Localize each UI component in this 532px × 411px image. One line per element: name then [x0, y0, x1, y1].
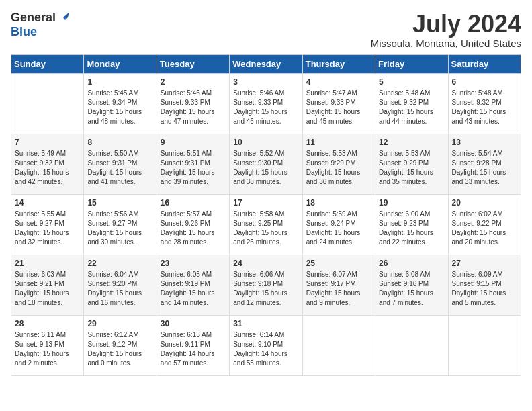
week-row-3: 14Sunrise: 5:55 AM Sunset: 9:27 PM Dayli… [11, 194, 521, 255]
day-number: 6 [452, 77, 517, 88]
header-cell-friday: Friday [375, 54, 448, 73]
day-info: Sunrise: 6:06 AM Sunset: 9:18 PM Dayligh… [233, 270, 298, 308]
day-info: Sunrise: 5:48 AM Sunset: 9:32 PM Dayligh… [379, 89, 444, 126]
day-number: 12 [379, 137, 444, 148]
day-cell: 24Sunrise: 6:06 AM Sunset: 9:18 PM Dayli… [230, 255, 302, 315]
day-cell: 21Sunrise: 6:03 AM Sunset: 9:21 PM Dayli… [11, 255, 84, 315]
day-cell: 9Sunrise: 5:51 AM Sunset: 9:31 PM Daylig… [157, 134, 229, 194]
day-number: 15 [87, 197, 152, 209]
day-number: 30 [161, 318, 226, 330]
day-info: Sunrise: 5:52 AM Sunset: 9:30 PM Dayligh… [233, 149, 298, 187]
day-cell: 6Sunrise: 5:48 AM Sunset: 9:32 PM Daylig… [448, 73, 521, 134]
day-number: 16 [161, 197, 226, 209]
day-info: Sunrise: 5:49 AM Sunset: 9:32 PM Dayligh… [15, 149, 80, 187]
day-cell [11, 73, 84, 134]
day-info: Sunrise: 6:00 AM Sunset: 9:23 PM Dayligh… [379, 210, 444, 247]
day-cell: 10Sunrise: 5:52 AM Sunset: 9:30 PM Dayli… [230, 134, 302, 194]
day-info: Sunrise: 5:46 AM Sunset: 9:33 PM Dayligh… [233, 89, 298, 126]
day-cell: 4Sunrise: 5:47 AM Sunset: 9:33 PM Daylig… [302, 73, 375, 134]
header-cell-monday: Monday [84, 54, 157, 73]
day-cell: 13Sunrise: 5:54 AM Sunset: 9:28 PM Dayli… [448, 134, 521, 194]
day-number: 9 [161, 137, 226, 148]
day-number: 13 [452, 137, 517, 148]
day-info: Sunrise: 5:46 AM Sunset: 9:33 PM Dayligh… [161, 89, 226, 126]
week-row-5: 28Sunrise: 6:11 AM Sunset: 9:13 PM Dayli… [11, 315, 521, 375]
day-info: Sunrise: 5:59 AM Sunset: 9:24 PM Dayligh… [306, 210, 371, 247]
day-cell: 15Sunrise: 5:56 AM Sunset: 9:27 PM Dayli… [84, 194, 157, 255]
day-info: Sunrise: 5:53 AM Sunset: 9:29 PM Dayligh… [379, 149, 444, 187]
day-info: Sunrise: 5:56 AM Sunset: 9:27 PM Dayligh… [87, 210, 152, 247]
title-area: July 2024 Missoula, Montana, United Stat… [371, 11, 521, 49]
header: General Blue July 2024 Missoula, Montana… [11, 11, 521, 49]
day-cell: 14Sunrise: 5:55 AM Sunset: 9:27 PM Dayli… [11, 194, 84, 255]
day-number: 3 [233, 77, 298, 88]
day-info: Sunrise: 5:45 AM Sunset: 9:34 PM Dayligh… [87, 89, 152, 126]
day-cell: 8Sunrise: 5:50 AM Sunset: 9:31 PM Daylig… [84, 134, 157, 194]
logo-bird-icon [57, 11, 69, 23]
day-number: 19 [379, 197, 444, 209]
logo: General Blue [11, 11, 69, 39]
day-info: Sunrise: 5:50 AM Sunset: 9:31 PM Dayligh… [87, 149, 152, 187]
header-cell-saturday: Saturday [448, 54, 521, 73]
day-cell: 1Sunrise: 5:45 AM Sunset: 9:34 PM Daylig… [84, 73, 157, 134]
day-info: Sunrise: 5:58 AM Sunset: 9:25 PM Dayligh… [233, 210, 298, 247]
day-number: 4 [306, 77, 371, 88]
calendar-subtitle: Missoula, Montana, United States [371, 38, 521, 49]
day-cell: 20Sunrise: 6:02 AM Sunset: 9:22 PM Dayli… [448, 194, 521, 255]
day-info: Sunrise: 5:53 AM Sunset: 9:29 PM Dayligh… [306, 149, 371, 187]
week-row-2: 7Sunrise: 5:49 AM Sunset: 9:32 PM Daylig… [11, 134, 521, 194]
day-number: 14 [15, 197, 80, 209]
logo-general-text: General [11, 11, 56, 25]
day-cell: 11Sunrise: 5:53 AM Sunset: 9:29 PM Dayli… [302, 134, 375, 194]
day-cell [375, 315, 448, 375]
day-number: 21 [15, 258, 80, 269]
day-number: 18 [306, 197, 371, 209]
day-cell: 7Sunrise: 5:49 AM Sunset: 9:32 PM Daylig… [11, 134, 84, 194]
day-cell: 29Sunrise: 6:12 AM Sunset: 9:12 PM Dayli… [84, 315, 157, 375]
day-number: 7 [15, 137, 80, 148]
day-info: Sunrise: 5:48 AM Sunset: 9:32 PM Dayligh… [452, 89, 517, 126]
day-number: 1 [87, 77, 152, 88]
day-info: Sunrise: 5:57 AM Sunset: 9:26 PM Dayligh… [161, 210, 226, 247]
day-info: Sunrise: 6:14 AM Sunset: 9:10 PM Dayligh… [233, 330, 298, 368]
day-number: 20 [452, 197, 517, 209]
day-number: 29 [87, 318, 152, 330]
day-cell: 28Sunrise: 6:11 AM Sunset: 9:13 PM Dayli… [11, 315, 84, 375]
day-cell: 26Sunrise: 6:08 AM Sunset: 9:16 PM Dayli… [375, 255, 448, 315]
day-number: 24 [233, 258, 298, 269]
day-cell: 30Sunrise: 6:13 AM Sunset: 9:11 PM Dayli… [157, 315, 229, 375]
day-cell [448, 315, 521, 375]
day-cell [302, 315, 375, 375]
day-number: 23 [161, 258, 226, 269]
day-cell: 5Sunrise: 5:48 AM Sunset: 9:32 PM Daylig… [375, 73, 448, 134]
day-info: Sunrise: 5:47 AM Sunset: 9:33 PM Dayligh… [306, 89, 371, 126]
day-cell: 18Sunrise: 5:59 AM Sunset: 9:24 PM Dayli… [302, 194, 375, 255]
logo-blue-text: Blue [11, 25, 37, 38]
week-row-4: 21Sunrise: 6:03 AM Sunset: 9:21 PM Dayli… [11, 255, 521, 315]
day-info: Sunrise: 5:54 AM Sunset: 9:28 PM Dayligh… [452, 149, 517, 187]
day-info: Sunrise: 6:11 AM Sunset: 9:13 PM Dayligh… [15, 330, 80, 368]
day-number: 10 [233, 137, 298, 148]
day-number: 28 [15, 318, 80, 330]
day-info: Sunrise: 6:05 AM Sunset: 9:19 PM Dayligh… [161, 270, 226, 308]
day-cell: 17Sunrise: 5:58 AM Sunset: 9:25 PM Dayli… [230, 194, 302, 255]
day-cell: 3Sunrise: 5:46 AM Sunset: 9:33 PM Daylig… [230, 73, 302, 134]
calendar-table: SundayMondayTuesdayWednesdayThursdayFrid… [11, 54, 521, 376]
day-cell: 25Sunrise: 6:07 AM Sunset: 9:17 PM Dayli… [302, 255, 375, 315]
day-cell: 22Sunrise: 6:04 AM Sunset: 9:20 PM Dayli… [84, 255, 157, 315]
calendar-body: 1Sunrise: 5:45 AM Sunset: 9:34 PM Daylig… [11, 73, 521, 375]
day-number: 22 [87, 258, 152, 269]
day-info: Sunrise: 6:02 AM Sunset: 9:22 PM Dayligh… [452, 210, 517, 247]
day-info: Sunrise: 6:13 AM Sunset: 9:11 PM Dayligh… [161, 330, 226, 368]
day-cell: 16Sunrise: 5:57 AM Sunset: 9:26 PM Dayli… [157, 194, 229, 255]
day-info: Sunrise: 6:09 AM Sunset: 9:15 PM Dayligh… [452, 270, 517, 308]
day-cell: 12Sunrise: 5:53 AM Sunset: 9:29 PM Dayli… [375, 134, 448, 194]
day-info: Sunrise: 6:12 AM Sunset: 9:12 PM Dayligh… [87, 330, 152, 368]
day-info: Sunrise: 5:55 AM Sunset: 9:27 PM Dayligh… [15, 210, 80, 247]
day-info: Sunrise: 6:04 AM Sunset: 9:20 PM Dayligh… [87, 270, 152, 308]
day-cell: 19Sunrise: 6:00 AM Sunset: 9:23 PM Dayli… [375, 194, 448, 255]
day-number: 5 [379, 77, 444, 88]
header-row: SundayMondayTuesdayWednesdayThursdayFrid… [11, 54, 521, 73]
day-number: 2 [161, 77, 226, 88]
day-info: Sunrise: 6:07 AM Sunset: 9:17 PM Dayligh… [306, 270, 371, 308]
